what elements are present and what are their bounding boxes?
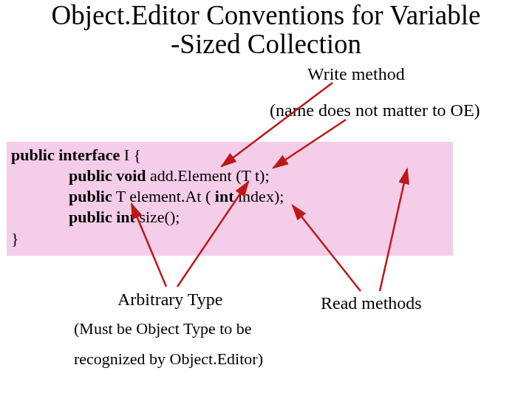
code-line-1: public interface I { bbox=[11, 145, 449, 166]
code-line-3: public T element.At ( int index); bbox=[11, 186, 449, 207]
keyword-public-3: public bbox=[69, 187, 112, 205]
name-note-label: (name does not matter to OE) bbox=[270, 100, 480, 120]
size-method: size(); bbox=[139, 208, 180, 226]
keyword-void: void bbox=[116, 166, 146, 185]
title-line-2: -Sized Collection bbox=[0, 30, 532, 59]
slide-title: Object.Editor Conventions for Variable -… bbox=[0, 1, 532, 59]
arbitrary-type-label: Arbitrary Type bbox=[117, 290, 223, 310]
must-be-label: (Must be Object Type to be bbox=[74, 319, 252, 338]
keyword-public: public bbox=[11, 146, 55, 164]
slide: Object.Editor Conventions for Variable -… bbox=[0, 0, 532, 399]
read-methods-label: Read methods bbox=[321, 293, 422, 313]
keyword-int: int bbox=[215, 187, 234, 205]
code-line-5: } bbox=[11, 228, 449, 249]
interface-name: I { bbox=[124, 146, 141, 164]
write-method-label: Write method bbox=[307, 64, 405, 84]
code-line-2: public void add.Element (T t); bbox=[11, 166, 449, 186]
title-line-1: Object.Editor Conventions for Variable bbox=[52, 0, 481, 30]
code-block: public interface I { public void add.Ele… bbox=[7, 142, 453, 256]
code-line-4: public int size(); bbox=[11, 207, 449, 228]
keyword-public-2: public bbox=[69, 166, 112, 185]
element-at-post: index); bbox=[238, 187, 284, 205]
element-at-pre: T element.At ( bbox=[116, 187, 211, 205]
keyword-int-2: int bbox=[116, 208, 135, 226]
add-method: add.Element (T t); bbox=[150, 166, 270, 185]
keyword-public-4: public bbox=[69, 208, 112, 226]
keyword-interface: interface bbox=[58, 146, 120, 164]
recognized-label: recognized by Object.Editor) bbox=[74, 349, 263, 369]
